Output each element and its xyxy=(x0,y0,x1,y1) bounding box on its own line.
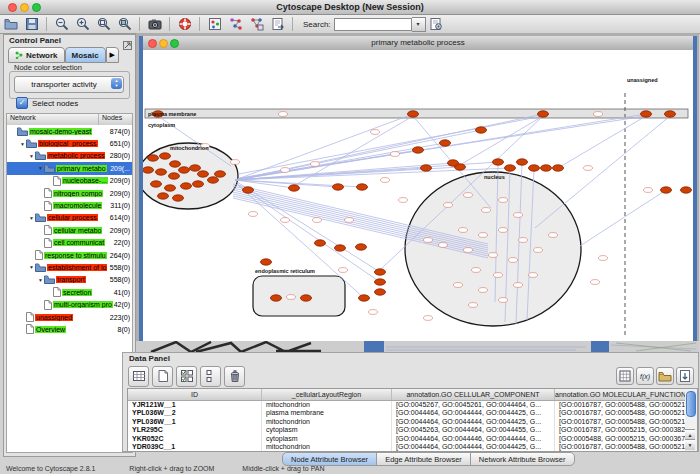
graph-node[interactable] xyxy=(169,173,180,179)
matrix-icon[interactable] xyxy=(616,367,634,385)
graph-node[interactable] xyxy=(281,218,290,223)
graph-node[interactable] xyxy=(249,212,258,217)
graph-node[interactable] xyxy=(440,140,451,146)
table-row[interactable]: YJR121W__1mitochondrion[GO:0045267, GO:0… xyxy=(128,401,686,409)
graph-node[interactable] xyxy=(243,187,254,193)
graph-node[interactable] xyxy=(584,166,593,171)
function-icon[interactable]: f(x) xyxy=(636,367,654,385)
table-row[interactable]: YLR295Ccytoplasm[GO:0045263, GO:0044464,… xyxy=(128,426,686,434)
graph-node[interactable] xyxy=(421,165,432,171)
graph-node[interactable] xyxy=(482,208,491,213)
graph-node[interactable] xyxy=(315,240,326,246)
graph-node[interactable] xyxy=(529,273,538,278)
graph-node[interactable] xyxy=(160,153,171,159)
close-window-icon[interactable] xyxy=(8,3,17,12)
network-graph[interactable]: plasma membranecytoplasmmitochondrionnuc… xyxy=(143,50,693,338)
graph-node[interactable] xyxy=(313,218,322,223)
graph-node[interactable] xyxy=(448,160,459,166)
graph-node[interactable] xyxy=(190,165,201,171)
graph-node[interactable] xyxy=(464,193,473,198)
tree-expand-arrow-icon[interactable]: ▼ xyxy=(37,277,44,283)
graph-node[interactable] xyxy=(156,169,167,175)
frame-minimize-icon[interactable] xyxy=(159,39,168,48)
tree-expand-arrow-icon[interactable]: ▼ xyxy=(19,141,26,147)
graph-node[interactable] xyxy=(375,289,386,295)
attr-checklist-icon[interactable] xyxy=(176,366,197,387)
graph-node[interactable] xyxy=(289,185,300,191)
tree-row-transport[interactable]: ▼transport558(0) xyxy=(7,274,132,286)
network-canvas[interactable]: plasma membranecytoplasmmitochondrionnuc… xyxy=(143,50,693,338)
graph-node[interactable] xyxy=(505,165,516,171)
graph-node[interactable] xyxy=(534,248,543,253)
graph-node[interactable] xyxy=(356,244,367,250)
graph-node[interactable] xyxy=(499,228,508,233)
tree-expand-arrow-icon[interactable]: ▼ xyxy=(28,153,35,159)
graph-node[interactable] xyxy=(165,185,176,191)
tab-overflow-arrow[interactable]: ▶ xyxy=(106,47,119,63)
graph-node[interactable] xyxy=(494,273,503,278)
graph-node[interactable] xyxy=(529,165,540,171)
tab-mosaic[interactable]: Mosaic xyxy=(65,47,106,63)
graph-node[interactable] xyxy=(287,295,296,300)
graph-edge[interactable] xyxy=(460,116,543,165)
graph-node[interactable] xyxy=(464,248,473,253)
maximize-window-icon[interactable] xyxy=(32,3,41,12)
graph-node[interactable] xyxy=(335,245,346,251)
graph-node[interactable] xyxy=(553,165,564,171)
attr-checklist-small-icon[interactable] xyxy=(200,366,221,387)
tree-row-cellular-metabo[interactable]: cellular metabo209(0) xyxy=(7,224,132,236)
tree-row-macromolecule[interactable]: macromolecule311(0) xyxy=(7,199,132,211)
table-row[interactable]: YPL036W__2plasma membrane[GO:0044464, GO… xyxy=(128,409,686,417)
attr-open-icon[interactable] xyxy=(656,367,674,385)
zoom-out-icon[interactable] xyxy=(53,16,70,32)
open-folder-icon[interactable] xyxy=(2,16,19,32)
graph-node[interactable] xyxy=(514,283,523,288)
graph-node[interactable] xyxy=(476,127,487,133)
tree-row-response-to-stimulu[interactable]: response to stimulu264(0) xyxy=(7,249,132,261)
graph-node[interactable] xyxy=(208,177,219,183)
graph-node[interactable] xyxy=(371,130,380,135)
tree-row-nucleobase-[interactable]: nucleobase-...209(0) xyxy=(7,175,132,187)
table-row[interactable]: YPL036W__1mitochondrion[GO:0044464, GO:0… xyxy=(128,418,686,426)
graph-node[interactable] xyxy=(599,256,608,261)
attr-new-icon[interactable] xyxy=(152,366,173,387)
graph-node[interactable] xyxy=(151,181,162,187)
node-color-dropdown[interactable]: transporter activity ▲▼ xyxy=(14,76,124,93)
graph-node[interactable] xyxy=(359,295,370,301)
graph-node[interactable] xyxy=(170,161,181,167)
graph-node[interactable] xyxy=(591,280,600,285)
graph-node[interactable] xyxy=(345,218,354,223)
camera-icon[interactable] xyxy=(146,16,163,32)
graph-node[interactable] xyxy=(279,112,288,117)
select-nodes-checkbox[interactable]: ✓ xyxy=(16,97,28,109)
float-panel-icon[interactable] xyxy=(123,36,132,54)
tree-row-cell-communicat[interactable]: cell communicat22(0) xyxy=(7,237,132,249)
graph-node[interactable] xyxy=(499,298,508,303)
column-header[interactable]: annotation.GO CELLULAR_COMPONENT xyxy=(392,389,555,400)
graph-node[interactable] xyxy=(454,283,463,288)
graph-node[interactable] xyxy=(399,198,408,203)
graph-node[interactable] xyxy=(644,188,653,193)
graph-node[interactable] xyxy=(173,195,184,201)
tree-row-unassigned[interactable]: unassigned223(0) xyxy=(7,311,132,323)
minimize-window-icon[interactable] xyxy=(20,3,29,12)
graph-node[interactable] xyxy=(469,303,478,308)
graph-node[interactable] xyxy=(444,203,453,208)
graph-node[interactable] xyxy=(538,111,549,117)
graph-node[interactable] xyxy=(381,178,390,183)
graph-node[interactable] xyxy=(339,268,348,273)
graph-node[interactable] xyxy=(514,213,523,218)
frame-maximize-icon[interactable] xyxy=(170,39,179,48)
tree-row-nitrogen-compo[interactable]: nitrogen compo209(0) xyxy=(7,187,132,199)
graph-node[interactable] xyxy=(499,198,508,203)
graph-node[interactable] xyxy=(148,155,159,161)
tree-expand-arrow-icon[interactable]: ▼ xyxy=(28,264,35,270)
graph-node[interactable] xyxy=(661,187,672,193)
graph-node[interactable] xyxy=(231,160,240,165)
vizmapper-icon[interactable] xyxy=(206,16,223,32)
column-header[interactable]: ID xyxy=(128,389,262,400)
graph-node[interactable] xyxy=(391,152,400,157)
graph-node[interactable] xyxy=(479,233,488,238)
graph-node[interactable] xyxy=(424,238,433,243)
import-network-icon[interactable] xyxy=(227,16,244,32)
